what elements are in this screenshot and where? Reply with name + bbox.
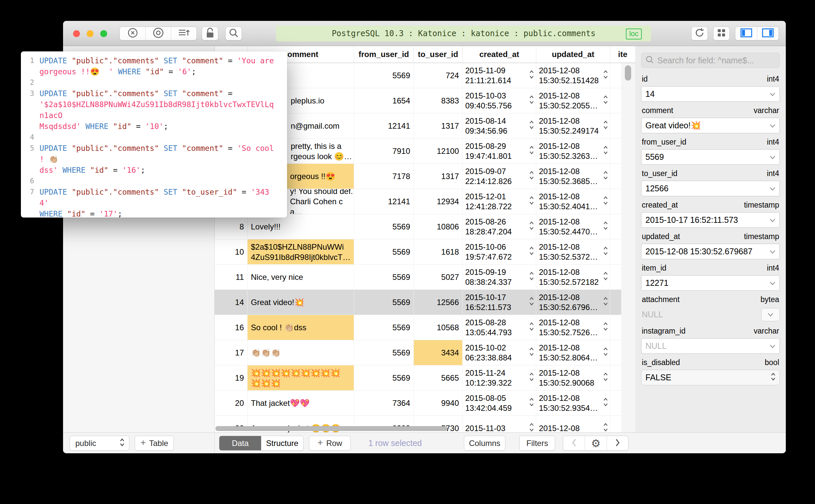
- value-stepper-icon[interactable]: [529, 245, 534, 259]
- previous-page-button[interactable]: [563, 436, 585, 450]
- table-cell-from-user-id[interactable]: 5569: [354, 63, 413, 88]
- table-cell-timestamp[interactable]: 2015-12-0815:30:52.4041…: [536, 189, 610, 214]
- add-table-button[interactable]: + Table: [135, 436, 174, 451]
- table-cell-timestamp[interactable]: 2015-12-0815:30:52.2055…: [536, 88, 610, 113]
- table-cell-comment[interactable]: So cool ! 👏🏼dss: [247, 315, 354, 340]
- tab-structure[interactable]: Structure: [261, 436, 303, 450]
- table-cell-timestamp[interactable]: 2015-12-0815:30:52.572182: [536, 265, 610, 289]
- table-cell-to-user-id[interactable]: 724: [413, 63, 462, 88]
- table-cell-to-user-id[interactable]: 1618: [413, 239, 462, 264]
- table-cell-to-user-id[interactable]: 1317: [413, 113, 462, 138]
- refresh-button[interactable]: [691, 27, 708, 40]
- sql-editor[interactable]: 1UPDATE "public"."comments" SET "comment…: [21, 55, 287, 218]
- field-input-created_at[interactable]: 2015-10-17 16:52:11.573: [641, 212, 780, 228]
- field-input-attachment[interactable]: NULL: [641, 307, 780, 322]
- table-cell-timestamp[interactable]: 2015-12-0815:30:52.90068: [536, 365, 610, 390]
- field-input-updated_at[interactable]: 2015-12-08 15:30:52.679687: [641, 244, 780, 259]
- table-cell-to-user-id[interactable]: 5027: [413, 265, 462, 289]
- commit-log-button[interactable]: [171, 27, 196, 40]
- table-cell-id[interactable]: 20: [215, 391, 247, 415]
- table-cell-comment[interactable]: Great video!💥: [247, 290, 354, 315]
- value-stepper-icon[interactable]: [529, 371, 534, 385]
- field-input-from_user_id[interactable]: 5569: [641, 149, 780, 165]
- value-stepper-icon[interactable]: [529, 320, 534, 335]
- updown-chevron-icon[interactable]: [770, 371, 776, 384]
- table-row[interactable]: 16So cool ! 👏🏼dss5569105682015-08-2813:0…: [215, 315, 635, 340]
- toggle-left-panel-button[interactable]: [735, 27, 757, 40]
- value-stepper-icon[interactable]: [602, 421, 608, 432]
- next-page-button[interactable]: [606, 436, 628, 450]
- value-stepper-icon[interactable]: [602, 396, 608, 410]
- search-button[interactable]: [225, 27, 242, 40]
- value-stepper-icon[interactable]: [602, 119, 608, 133]
- column-header-from_user_id[interactable]: from_user_id: [354, 46, 413, 63]
- value-stepper-icon[interactable]: [602, 68, 608, 83]
- column-header-to_user_id[interactable]: to_user_id: [413, 46, 462, 63]
- close-window-button[interactable]: [73, 30, 80, 37]
- table-cell-comment[interactable]: 👏🏼👏🏼👏🏼: [247, 340, 354, 365]
- value-stepper-icon[interactable]: [529, 295, 534, 309]
- chevron-down-icon[interactable]: [769, 89, 776, 99]
- table-cell-id[interactable]: 16: [215, 315, 247, 340]
- table-cell-from-user-id[interactable]: 5569: [354, 290, 413, 315]
- table-cell-from-user-id[interactable]: 7364: [354, 391, 413, 415]
- table-cell-from-user-id[interactable]: 5569: [354, 340, 413, 365]
- table-cell-timestamp[interactable]: 2015-10-0206:23:38.884: [462, 340, 536, 365]
- column-header-item[interactable]: ite: [610, 46, 635, 63]
- preview-changes-button[interactable]: [145, 27, 171, 40]
- value-stepper-icon[interactable]: [529, 68, 534, 83]
- tab-data[interactable]: Data: [220, 436, 261, 450]
- table-row[interactable]: 17👏🏼👏🏼👏🏼556934342015-10-0206:23:38.88420…: [215, 340, 635, 365]
- table-cell-from-user-id[interactable]: 12141: [354, 189, 413, 214]
- value-stepper-icon[interactable]: [602, 220, 608, 234]
- filters-button[interactable]: Filters: [519, 436, 555, 451]
- page-settings-button[interactable]: ⚙︎: [585, 436, 606, 450]
- table-cell-from-user-id[interactable]: 5569: [354, 365, 413, 390]
- value-stepper-icon[interactable]: [529, 194, 534, 209]
- table-cell-id[interactable]: 14: [215, 290, 247, 315]
- table-cell-from-user-id[interactable]: 5569: [354, 265, 413, 289]
- table-cell-id[interactable]: 17: [215, 340, 247, 365]
- value-stepper-icon[interactable]: [602, 194, 608, 209]
- sql-preview-popover[interactable]: 1UPDATE "public"."comments" SET "comment…: [21, 51, 287, 218]
- table-cell-id[interactable]: 19: [215, 365, 247, 390]
- minimize-window-button[interactable]: [87, 30, 94, 37]
- table-row[interactable]: 11Nice, very nice556950272015-09-1908:38…: [215, 265, 635, 290]
- table-cell-comment[interactable]: That jacket💖💖: [247, 391, 354, 415]
- table-cell-timestamp[interactable]: 2015-10-0619:57:47.672: [462, 239, 536, 264]
- table-cell-to-user-id[interactable]: 9940: [413, 391, 462, 415]
- add-row-button[interactable]: + Row: [309, 436, 351, 451]
- value-stepper-icon[interactable]: [602, 371, 608, 385]
- table-cell-timestamp[interactable]: 2015-12-0815:30:52.249174: [536, 113, 610, 138]
- table-cell-timestamp[interactable]: 2015-12-0815:30:52.151428: [536, 63, 610, 88]
- table-cell-timestamp[interactable]: 2015-08-0513:42:04.459: [462, 391, 536, 415]
- horizontal-scrollbar-thumb[interactable]: [216, 426, 448, 431]
- table-cell-id[interactable]: 10: [215, 239, 247, 264]
- table-cell-timestamp[interactable]: 2015-12-0815:30:52.3263…: [536, 139, 610, 163]
- value-stepper-icon[interactable]: [602, 144, 608, 158]
- table-row[interactable]: 8Lovely!!!5569108062015-08-2618:28:47.20…: [215, 214, 635, 239]
- field-input-id[interactable]: 14: [641, 86, 780, 102]
- chevron-down-icon[interactable]: [769, 184, 776, 193]
- table-cell-comment[interactable]: Nice, very nice: [247, 265, 354, 289]
- value-stepper-icon[interactable]: [529, 421, 534, 432]
- value-stepper-icon[interactable]: [529, 169, 534, 183]
- table-cell-from-user-id[interactable]: 7178: [354, 164, 413, 189]
- column-header-created_at[interactable]: created_at: [462, 46, 536, 63]
- table-cell-from-user-id[interactable]: 5569: [354, 214, 413, 239]
- field-input-comment[interactable]: Great video!💥: [641, 118, 780, 133]
- field-input-instagram_id[interactable]: NULL: [641, 338, 780, 354]
- table-cell-timestamp[interactable]: 2015-10-0309:40:55.756: [462, 88, 536, 113]
- value-stepper-icon[interactable]: [602, 245, 608, 259]
- chevron-down-icon[interactable]: [769, 215, 776, 225]
- field-search-input[interactable]: Search for field: ^name$...: [641, 53, 780, 68]
- table-cell-to-user-id[interactable]: 8383: [413, 88, 462, 113]
- table-cell-timestamp[interactable]: 2015-11-03: [462, 416, 536, 432]
- table-cell-to-user-id[interactable]: 5665: [413, 365, 462, 390]
- table-cell-timestamp[interactable]: 2015-09-0722:14:12.826: [462, 164, 536, 189]
- workspace-grid-button[interactable]: [713, 27, 730, 40]
- table-cell-comment[interactable]: $2a$10$HZLN88PNuWWi4ZuS91Ib8dR98Ijt0kblv…: [247, 239, 354, 264]
- value-stepper-icon[interactable]: [529, 396, 534, 410]
- table-cell-from-user-id[interactable]: 12141: [354, 113, 413, 138]
- value-stepper-icon[interactable]: [529, 144, 534, 158]
